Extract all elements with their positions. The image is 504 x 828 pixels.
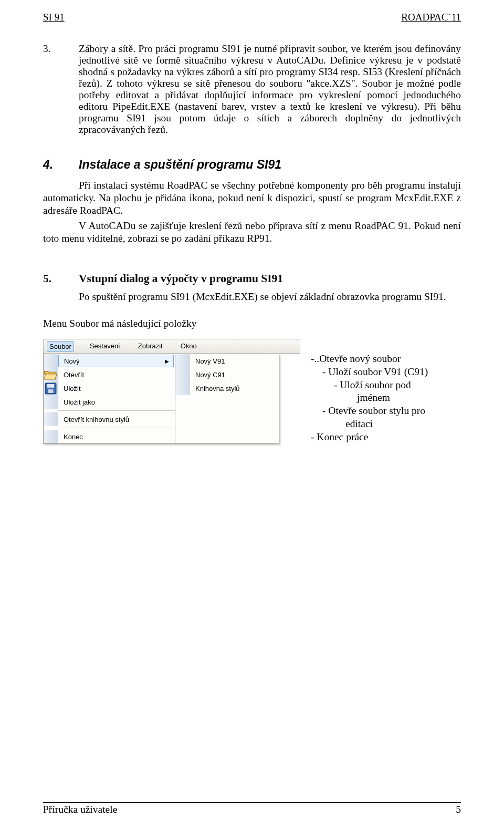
menu-item-konec-label: Konec (58, 433, 175, 441)
menubar-item-zobrazit[interactable]: Zobrazit (136, 341, 165, 352)
svg-rect-2 (48, 389, 53, 393)
menu-item-novy-c91-label: Nový C91 (190, 371, 279, 379)
blank-icon (175, 354, 190, 368)
menu-separator (58, 410, 175, 411)
section3-body: Zábory a sítě. Pro práci programu SI91 j… (79, 43, 461, 136)
menu-item-ulozit-label: Uložit (58, 385, 175, 392)
menu-item-otevrit-knihovnu-label: Otevřít knihovnu stylů (58, 416, 175, 423)
menubar-item-sestaveni[interactable]: Sestavení (88, 341, 122, 352)
section5-p1: Po spuštění programu SI91 (McxEdit.EXE) … (43, 291, 461, 303)
note-3: - Uloží soubor pod (311, 379, 461, 392)
section4-p1: Při instalaci systému RoadPAC se všechny… (43, 179, 461, 218)
menu-item-ulozit-jako-label: Uložit jako (58, 398, 175, 406)
svg-rect-1 (47, 384, 55, 388)
menu-item-konec[interactable]: Konec (44, 430, 175, 443)
blank-icon (44, 430, 58, 443)
section3-number: 3. (43, 43, 79, 136)
header-right: ROADPAC´11 (401, 12, 461, 23)
menu-item-otevrit-label: Otevřít (58, 371, 175, 379)
note-3b: jménem (311, 391, 461, 405)
section5-number: 5. (43, 272, 79, 285)
footer-left: Příručka uživatele (43, 804, 117, 815)
blank-icon (44, 395, 58, 409)
menubar-item-soubor[interactable]: Soubor (47, 341, 74, 352)
menu-item-novy-label: Nový (59, 357, 165, 365)
menu-dropdown-soubor: Nový ▶ Otevřít Uložit (43, 354, 175, 444)
menu-item-otevrit-knihovnu[interactable]: Otevřít knihovnu stylů (44, 412, 175, 426)
folder-open-icon (44, 368, 58, 381)
menu-submenu-novy: Nový V91 Nový C91 Knihovna stylů (175, 354, 279, 444)
menu-separator (58, 428, 175, 428)
note-4b: editaci (311, 418, 461, 431)
menubar-item-okno[interactable]: Okno (178, 341, 199, 352)
section4-heading: 4.Instalace a spuštění programu SI91 (43, 158, 461, 172)
footer-page-number: 5 (456, 804, 461, 815)
menu-item-knihovna-stylu-label: Knihovna stylů (190, 385, 279, 392)
header-left: SI 91 (43, 12, 65, 23)
menu-screenshot: Soubor Sestavení Zobrazit Okno Nový ▶ (43, 339, 300, 444)
menu-item-otevrit[interactable]: Otevřít (44, 368, 175, 381)
menu-item-ulozit[interactable]: Uložit (44, 381, 175, 395)
submenu-arrow-icon: ▶ (165, 358, 173, 364)
menu-item-novy-v91-label: Nový V91 (190, 357, 279, 365)
note-1: -..Otevře nový soubor (311, 353, 461, 366)
note-5: - Konec práce (311, 431, 461, 444)
menu-caption: Menu Soubor má následující položky (43, 318, 461, 329)
section4-p2: V AutoCADu se zajišťuje kreslení řezů ne… (43, 220, 461, 245)
save-icon (44, 381, 58, 395)
section4-title: Instalace a spuštění programu SI91 (79, 158, 281, 171)
blank-icon (44, 412, 58, 426)
menu-item-novy-v91[interactable]: Nový V91 (175, 354, 279, 368)
menu-item-novy[interactable]: Nový ▶ (44, 354, 175, 368)
menu-item-ulozit-jako[interactable]: Uložit jako (44, 395, 175, 409)
blank-icon (44, 354, 58, 368)
menu-explanation-list: -..Otevře nový soubor - Uloží soubor V91… (311, 339, 461, 443)
menu-item-knihovna-stylu[interactable]: Knihovna stylů (175, 381, 279, 395)
menu-item-novy-c91[interactable]: Nový C91 (175, 368, 279, 381)
blank-icon (175, 368, 190, 381)
section5-title: Vstupní dialog a výpočty v programu SI91 (79, 272, 283, 285)
section5-heading: 5.Vstupní dialog a výpočty v programu SI… (43, 272, 461, 285)
menubar: Soubor Sestavení Zobrazit Okno (43, 339, 300, 354)
note-2: - Uloží soubor V91 (C91) (311, 366, 461, 379)
blank-icon (175, 381, 190, 395)
section4-number: 4. (43, 158, 79, 172)
note-4: - Otevře soubor stylu pro (311, 405, 461, 418)
